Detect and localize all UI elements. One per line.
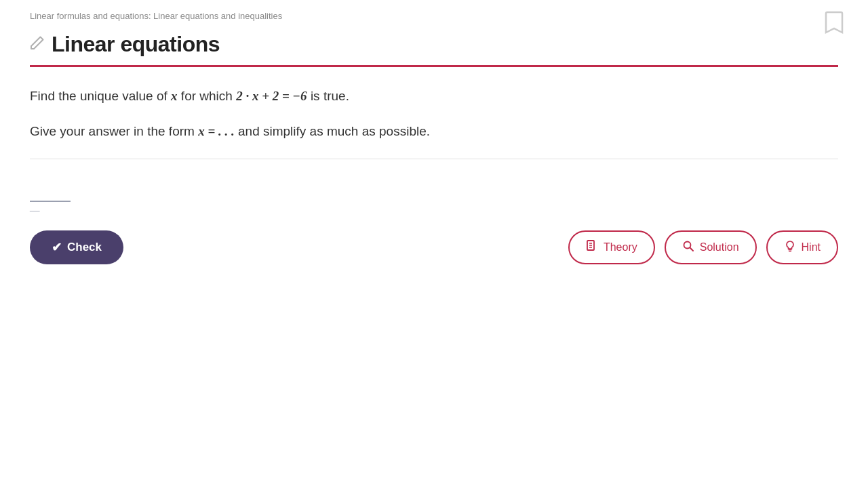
check-button[interactable]: ✔ Check [30, 230, 123, 264]
theory-button[interactable]: Theory [568, 230, 655, 264]
input-divider [30, 159, 838, 159]
solution-button[interactable]: Solution [665, 230, 757, 264]
hint-button[interactable]: Hint [766, 230, 838, 264]
theory-icon [586, 240, 598, 255]
answer-area: __ [30, 176, 838, 224]
problem-line-2: Give your answer in the form x = . . . a… [30, 121, 838, 142]
answer-input-container: __ [30, 181, 71, 202]
breadcrumb: Linear formulas and equations: Linear eq… [0, 0, 868, 26]
bottom-bar: ✔ Check Theory [0, 230, 868, 264]
solution-icon [682, 240, 694, 255]
page-title: Linear equations [52, 32, 220, 57]
answer-input[interactable] [30, 181, 71, 202]
hint-icon [784, 240, 796, 255]
pencil-icon [30, 35, 45, 54]
problem-line-1: Find the unique value of x for which 2 ·… [30, 86, 838, 106]
bookmark-icon[interactable] [825, 11, 844, 40]
check-icon: ✔ [52, 240, 62, 255]
svg-line-5 [690, 247, 693, 251]
fraction-indicator: __ [30, 201, 39, 211]
action-buttons: Theory Solution Hin [568, 230, 838, 264]
